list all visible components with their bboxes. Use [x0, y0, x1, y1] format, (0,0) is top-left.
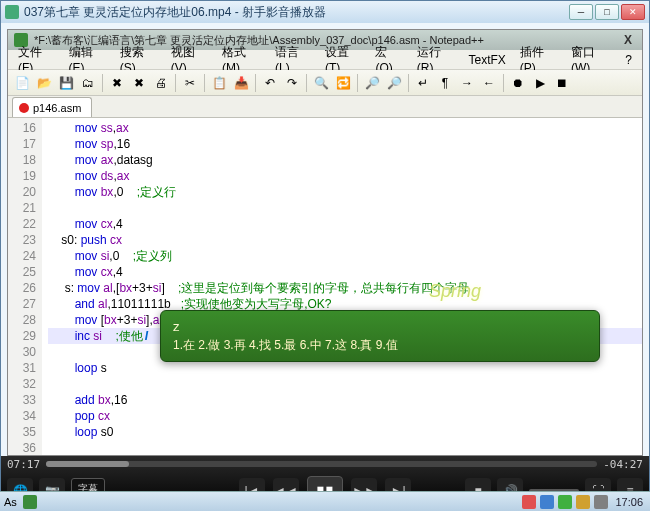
wrap-icon[interactable]: ↵	[413, 73, 433, 93]
paste-icon[interactable]: 📥	[231, 73, 251, 93]
player-app-icon	[5, 5, 19, 19]
tab-label: p146.asm	[33, 102, 81, 114]
code-line[interactable]: s0: push cx	[48, 232, 642, 248]
taskbar: As 17:06	[0, 491, 650, 511]
code-line[interactable]	[48, 200, 642, 216]
code-line[interactable]: mov ss,ax	[48, 120, 642, 136]
zoom-out-icon[interactable]: 🔎	[384, 73, 404, 93]
player-titlebar: 037第七章 更灵活定位内存地址06.mp4 - 射手影音播放器 ─ □ ✕	[1, 1, 649, 23]
close-all-icon[interactable]: ✖	[129, 73, 149, 93]
clock[interactable]: 17:06	[612, 496, 646, 508]
tray-icon-5[interactable]	[594, 495, 608, 509]
menu-item-9[interactable]: TextFX	[463, 51, 512, 69]
save-icon[interactable]: 💾	[56, 73, 76, 93]
tabbar: p146.asm	[8, 96, 642, 118]
toolbar-separator	[357, 74, 358, 92]
code-line[interactable]: mov ds,ax	[48, 168, 642, 184]
close-button[interactable]: ✕	[621, 4, 645, 20]
cut-icon[interactable]: ✂	[180, 73, 200, 93]
code-line[interactable]: s: mov al,[bx+3+si] ;这里是定位到每个要索引的字母，总共每行…	[48, 280, 642, 296]
macro-rec-icon[interactable]: ⏺	[508, 73, 528, 93]
toolbar-separator	[503, 74, 504, 92]
print-icon[interactable]: 🖨	[151, 73, 171, 93]
new-file-icon[interactable]: 📄	[12, 73, 32, 93]
indent-icon[interactable]: →	[457, 73, 477, 93]
minimize-button[interactable]: ─	[569, 4, 593, 20]
toolbar-separator	[408, 74, 409, 92]
show-chars-icon[interactable]: ¶	[435, 73, 455, 93]
remaining-time: -04:27	[603, 458, 643, 471]
replace-icon[interactable]: 🔁	[333, 73, 353, 93]
macro-play-icon[interactable]: ▶	[530, 73, 550, 93]
editor-window: *F:\蓄布客\汇编语言\第七章 更灵活定位内存地址\Assembly_037_…	[7, 29, 643, 456]
ime-candidate-panel[interactable]: Spring z 1.在 2.做 3.再 4.找 5.最 6.中 7.这 8.真…	[160, 310, 600, 362]
taskbar-npp-icon[interactable]	[23, 495, 37, 509]
code-line[interactable]: loop s	[48, 360, 642, 376]
code-line[interactable]	[48, 440, 642, 455]
find-icon[interactable]: 🔍	[311, 73, 331, 93]
player-title: 037第七章 更灵活定位内存地址06.mp4 - 射手影音播放器	[24, 4, 569, 21]
toolbar-separator	[175, 74, 176, 92]
elapsed-time: 07:17	[7, 458, 40, 471]
menubar: 文件(F)编辑(E)搜索(S)视图(V)格式(M)语言(L)设置(T)宏(O)运…	[8, 50, 642, 70]
unsaved-dot-icon	[19, 103, 29, 113]
code-line[interactable]: mov cx,4	[48, 264, 642, 280]
code-line[interactable]: mov ax,datasg	[48, 152, 642, 168]
macro-stop-icon[interactable]: ⏹	[552, 73, 572, 93]
redo-icon[interactable]: ↷	[282, 73, 302, 93]
maximize-button[interactable]: □	[595, 4, 619, 20]
tab-file[interactable]: p146.asm	[12, 97, 92, 117]
code-line[interactable]: pop cx	[48, 408, 642, 424]
code-line[interactable]: mov si,0 ;定义列	[48, 248, 642, 264]
tray-icon-1[interactable]	[522, 495, 536, 509]
undo-icon[interactable]: ↶	[260, 73, 280, 93]
close-icon[interactable]: ✖	[107, 73, 127, 93]
code-line[interactable]: mov sp,16	[48, 136, 642, 152]
outdent-icon[interactable]: ←	[479, 73, 499, 93]
tray-icon-3[interactable]	[558, 495, 572, 509]
toolbar-separator	[204, 74, 205, 92]
ime-brand: Spring	[429, 281, 549, 321]
progress-fill	[46, 461, 129, 467]
toolbar-separator	[306, 74, 307, 92]
toolbar-separator	[255, 74, 256, 92]
progress-bar[interactable]	[46, 461, 597, 467]
copy-icon[interactable]: 📋	[209, 73, 229, 93]
editor-close-button[interactable]: X	[620, 33, 636, 47]
ime-input: z	[173, 319, 180, 334]
zoom-in-icon[interactable]: 🔎	[362, 73, 382, 93]
ime-candidates[interactable]: 1.在 2.做 3.再 4.找 5.最 6.中 7.这 8.真 9.值	[173, 337, 587, 354]
line-number-gutter: 1617181920212223242526272829303132333435…	[8, 118, 42, 455]
taskbar-app-label[interactable]: As	[4, 496, 17, 508]
code-line[interactable]	[48, 376, 642, 392]
code-line[interactable]: loop s0	[48, 424, 642, 440]
code-line[interactable]: add bx,16	[48, 392, 642, 408]
toolbar: 📄📂💾🗂✖✖🖨✂📋📥↶↷🔍🔁🔎🔎↵¶→←⏺▶⏹	[8, 70, 642, 96]
save-all-icon[interactable]: 🗂	[78, 73, 98, 93]
tray-icon-2[interactable]	[540, 495, 554, 509]
text-caret-icon: I	[145, 328, 148, 344]
tray-icon-4[interactable]	[576, 495, 590, 509]
code-line[interactable]: mov bx,0 ;定义行	[48, 184, 642, 200]
open-file-icon[interactable]: 📂	[34, 73, 54, 93]
code-line[interactable]: mov cx,4	[48, 216, 642, 232]
code-area[interactable]: mov ss,ax mov sp,16 mov ax,datasg mov ds…	[42, 118, 642, 455]
menu-item-12[interactable]: ?	[619, 51, 638, 69]
toolbar-separator	[102, 74, 103, 92]
